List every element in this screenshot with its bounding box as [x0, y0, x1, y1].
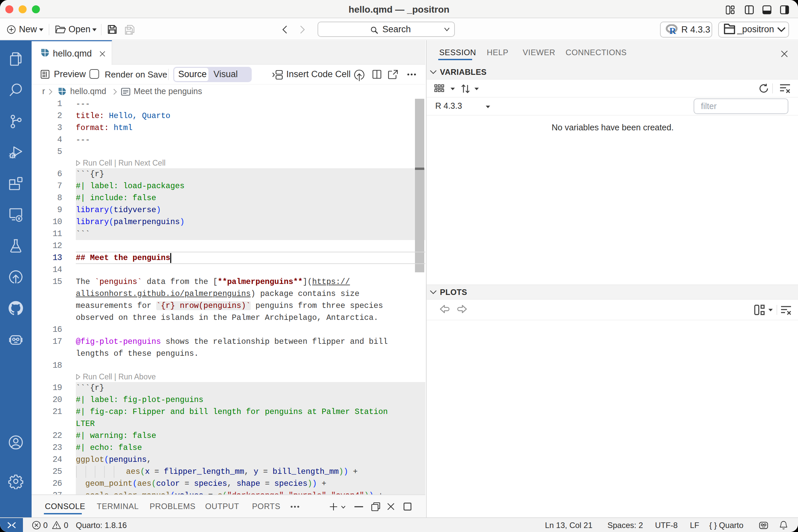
svg-text:R: R [669, 25, 676, 35]
